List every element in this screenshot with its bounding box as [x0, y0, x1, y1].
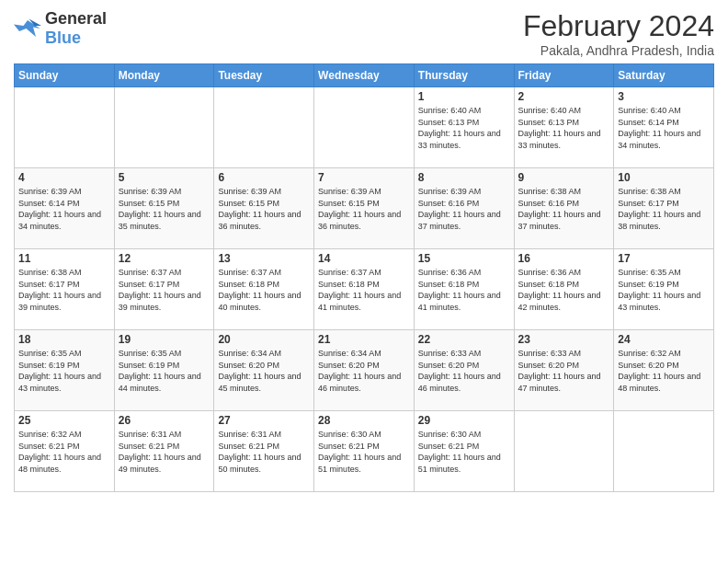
calendar-cell: 3Sunrise: 6:40 AM Sunset: 6:14 PM Daylig… — [614, 87, 714, 168]
calendar-cell: 6Sunrise: 6:39 AM Sunset: 6:15 PM Daylig… — [214, 168, 314, 249]
day-number: 22 — [418, 333, 510, 346]
day-info: Sunrise: 6:39 AM Sunset: 6:15 PM Dayligh… — [318, 186, 410, 232]
calendar-cell: 25Sunrise: 6:32 AM Sunset: 6:21 PM Dayli… — [15, 411, 115, 492]
calendar-cell: 19Sunrise: 6:35 AM Sunset: 6:19 PM Dayli… — [114, 330, 214, 411]
day-number: 9 — [518, 171, 610, 184]
day-info: Sunrise: 6:38 AM Sunset: 6:17 PM Dayligh… — [618, 186, 710, 232]
calendar-cell: 27Sunrise: 6:31 AM Sunset: 6:21 PM Dayli… — [214, 411, 314, 492]
day-info: Sunrise: 6:35 AM Sunset: 6:19 PM Dayligh… — [18, 348, 110, 394]
calendar-cell: 13Sunrise: 6:37 AM Sunset: 6:18 PM Dayli… — [214, 249, 314, 330]
logo-text: General Blue — [45, 9, 107, 48]
day-info: Sunrise: 6:39 AM Sunset: 6:14 PM Dayligh… — [18, 186, 110, 232]
day-number: 4 — [18, 171, 110, 184]
page: General Blue February 2024 Pakala, Andhr… — [0, 0, 728, 563]
calendar-cell — [614, 411, 714, 492]
day-info: Sunrise: 6:35 AM Sunset: 6:19 PM Dayligh… — [618, 267, 710, 313]
col-thursday: Thursday — [414, 64, 514, 87]
col-saturday: Saturday — [614, 64, 714, 87]
day-info: Sunrise: 6:39 AM Sunset: 6:16 PM Dayligh… — [418, 186, 510, 232]
day-info: Sunrise: 6:37 AM Sunset: 6:18 PM Dayligh… — [318, 267, 410, 313]
calendar-cell: 4Sunrise: 6:39 AM Sunset: 6:14 PM Daylig… — [15, 168, 115, 249]
day-number: 28 — [318, 414, 410, 427]
day-number: 14 — [318, 252, 410, 265]
week-row-4: 25Sunrise: 6:32 AM Sunset: 6:21 PM Dayli… — [15, 411, 714, 492]
day-info: Sunrise: 6:32 AM Sunset: 6:20 PM Dayligh… — [618, 348, 710, 394]
calendar-cell: 1Sunrise: 6:40 AM Sunset: 6:13 PM Daylig… — [414, 87, 514, 168]
calendar-cell: 16Sunrise: 6:36 AM Sunset: 6:18 PM Dayli… — [514, 249, 614, 330]
calendar-cell — [15, 87, 115, 168]
calendar-cell: 23Sunrise: 6:33 AM Sunset: 6:20 PM Dayli… — [514, 330, 614, 411]
calendar-cell: 12Sunrise: 6:37 AM Sunset: 6:17 PM Dayli… — [114, 249, 214, 330]
day-info: Sunrise: 6:39 AM Sunset: 6:15 PM Dayligh… — [218, 186, 310, 232]
calendar-cell: 17Sunrise: 6:35 AM Sunset: 6:19 PM Dayli… — [614, 249, 714, 330]
calendar-cell: 5Sunrise: 6:39 AM Sunset: 6:15 PM Daylig… — [114, 168, 214, 249]
calendar-cell — [114, 87, 214, 168]
day-info: Sunrise: 6:40 AM Sunset: 6:13 PM Dayligh… — [418, 105, 510, 151]
day-number: 2 — [518, 90, 610, 103]
day-number: 13 — [218, 252, 310, 265]
day-info: Sunrise: 6:36 AM Sunset: 6:18 PM Dayligh… — [418, 267, 510, 313]
day-info: Sunrise: 6:36 AM Sunset: 6:18 PM Dayligh… — [518, 267, 610, 313]
logo-general: General — [45, 9, 107, 28]
day-number: 1 — [418, 90, 510, 103]
day-info: Sunrise: 6:34 AM Sunset: 6:20 PM Dayligh… — [218, 348, 310, 394]
calendar-cell: 29Sunrise: 6:30 AM Sunset: 6:21 PM Dayli… — [414, 411, 514, 492]
day-info: Sunrise: 6:32 AM Sunset: 6:21 PM Dayligh… — [18, 429, 110, 475]
day-number: 25 — [18, 414, 110, 427]
day-number: 17 — [618, 252, 710, 265]
logo: General Blue — [14, 9, 107, 48]
col-wednesday: Wednesday — [314, 64, 415, 87]
day-number: 29 — [418, 414, 510, 427]
calendar-cell: 14Sunrise: 6:37 AM Sunset: 6:18 PM Dayli… — [314, 249, 415, 330]
day-number: 6 — [218, 171, 310, 184]
header: General Blue February 2024 Pakala, Andhr… — [14, 9, 714, 58]
day-number: 20 — [218, 333, 310, 346]
day-number: 8 — [418, 171, 510, 184]
col-tuesday: Tuesday — [214, 64, 314, 87]
day-info: Sunrise: 6:31 AM Sunset: 6:21 PM Dayligh… — [218, 429, 310, 475]
day-number: 23 — [518, 333, 610, 346]
day-number: 15 — [418, 252, 510, 265]
day-info: Sunrise: 6:33 AM Sunset: 6:20 PM Dayligh… — [418, 348, 510, 394]
day-number: 16 — [518, 252, 610, 265]
day-info: Sunrise: 6:39 AM Sunset: 6:15 PM Dayligh… — [119, 186, 210, 232]
day-number: 27 — [218, 414, 310, 427]
day-number: 24 — [618, 333, 710, 346]
day-number: 18 — [18, 333, 110, 346]
day-number: 5 — [119, 171, 210, 184]
day-number: 11 — [18, 252, 110, 265]
day-info: Sunrise: 6:35 AM Sunset: 6:19 PM Dayligh… — [119, 348, 210, 394]
day-info: Sunrise: 6:37 AM Sunset: 6:17 PM Dayligh… — [119, 267, 210, 313]
calendar-cell: 20Sunrise: 6:34 AM Sunset: 6:20 PM Dayli… — [214, 330, 314, 411]
calendar-cell: 21Sunrise: 6:34 AM Sunset: 6:20 PM Dayli… — [314, 330, 415, 411]
day-info: Sunrise: 6:30 AM Sunset: 6:21 PM Dayligh… — [418, 429, 510, 475]
col-monday: Monday — [114, 64, 214, 87]
calendar-cell: 18Sunrise: 6:35 AM Sunset: 6:19 PM Dayli… — [15, 330, 115, 411]
col-friday: Friday — [514, 64, 614, 87]
day-info: Sunrise: 6:40 AM Sunset: 6:13 PM Dayligh… — [518, 105, 610, 151]
day-info: Sunrise: 6:38 AM Sunset: 6:16 PM Dayligh… — [518, 186, 610, 232]
day-info: Sunrise: 6:38 AM Sunset: 6:17 PM Dayligh… — [18, 267, 110, 313]
day-info: Sunrise: 6:34 AM Sunset: 6:20 PM Dayligh… — [318, 348, 410, 394]
title-area: February 2024 Pakala, Andhra Pradesh, In… — [523, 9, 714, 58]
calendar-cell — [314, 87, 415, 168]
calendar-cell: 2Sunrise: 6:40 AM Sunset: 6:13 PM Daylig… — [514, 87, 614, 168]
logo-blue: Blue — [45, 29, 81, 47]
day-number: 19 — [119, 333, 210, 346]
week-row-2: 11Sunrise: 6:38 AM Sunset: 6:17 PM Dayli… — [15, 249, 714, 330]
day-info: Sunrise: 6:30 AM Sunset: 6:21 PM Dayligh… — [318, 429, 410, 475]
day-number: 10 — [618, 171, 710, 184]
calendar-cell — [214, 87, 314, 168]
day-number: 12 — [119, 252, 210, 265]
calendar-cell: 28Sunrise: 6:30 AM Sunset: 6:21 PM Dayli… — [314, 411, 415, 492]
day-number: 7 — [318, 171, 410, 184]
day-number: 21 — [318, 333, 410, 346]
day-number: 3 — [618, 90, 710, 103]
day-number: 26 — [119, 414, 210, 427]
calendar-cell: 22Sunrise: 6:33 AM Sunset: 6:20 PM Dayli… — [414, 330, 514, 411]
day-info: Sunrise: 6:33 AM Sunset: 6:20 PM Dayligh… — [518, 348, 610, 394]
calendar-cell — [514, 411, 614, 492]
col-sunday: Sunday — [15, 64, 115, 87]
week-row-1: 4Sunrise: 6:39 AM Sunset: 6:14 PM Daylig… — [15, 168, 714, 249]
day-info: Sunrise: 6:37 AM Sunset: 6:18 PM Dayligh… — [218, 267, 310, 313]
